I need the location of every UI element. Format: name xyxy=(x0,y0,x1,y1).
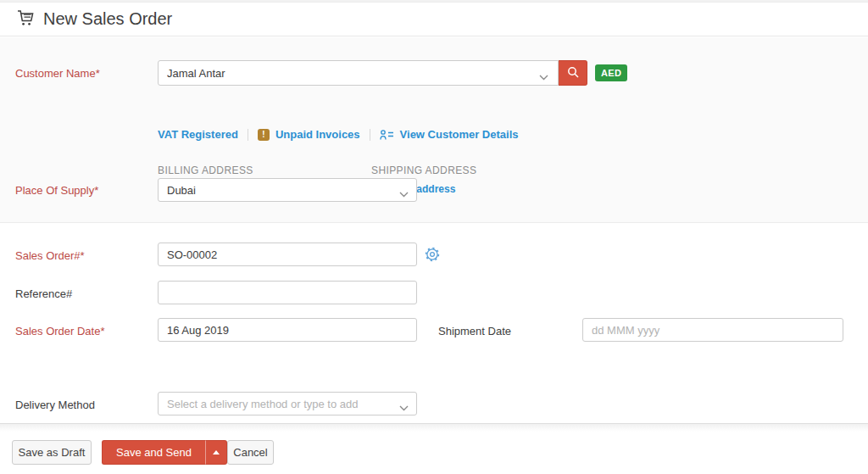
sales-order-date-label: Sales Order Date* xyxy=(15,325,105,337)
sales-order-number-label: Sales Order#* xyxy=(15,249,85,262)
unpaid-invoices-link[interactable]: ! Unpaid Invoices xyxy=(258,128,360,141)
customer-section: Customer Name* AED VAT Registered xyxy=(0,37,868,223)
customer-name-field-group: AED xyxy=(158,60,627,86)
divider xyxy=(370,129,370,141)
shipping-address-heading: SHIPPING ADDRESS xyxy=(371,165,476,176)
chevron-down-icon[interactable] xyxy=(539,70,548,83)
chevron-down-icon xyxy=(399,187,409,200)
divider xyxy=(248,129,248,141)
search-icon xyxy=(566,65,580,81)
chevron-down-icon xyxy=(399,401,409,414)
customer-name-label: Customer Name* xyxy=(15,67,100,80)
cart-icon xyxy=(15,8,36,31)
save-as-draft-button[interactable]: Save as Draft xyxy=(12,440,92,465)
reference-number-label: Reference# xyxy=(15,287,72,300)
currency-badge: AED xyxy=(595,64,627,81)
page-title: New Sales Order xyxy=(43,9,172,29)
billing-address-heading: BILLING ADDRESS xyxy=(158,165,253,176)
shipment-date-input[interactable] xyxy=(582,318,843,342)
new-sales-order-page: New Sales Order Customer Name* AED xyxy=(0,0,868,474)
caret-up-icon xyxy=(213,450,220,454)
sales-order-date-input[interactable] xyxy=(158,318,417,342)
warning-icon: ! xyxy=(258,129,270,141)
place-of-supply-select[interactable]: Dubai xyxy=(158,178,417,202)
cancel-button[interactable]: Cancel xyxy=(227,440,274,465)
person-details-icon xyxy=(380,129,394,141)
save-and-send-button[interactable]: Save and Send xyxy=(102,440,205,465)
reference-number-input[interactable] xyxy=(158,281,417,304)
page-header: New Sales Order xyxy=(0,3,868,36)
view-customer-details-link[interactable]: View Customer Details xyxy=(380,128,519,141)
save-and-send-dropdown-toggle[interactable] xyxy=(205,440,227,465)
customer-links-row: VAT Registered ! Unpaid Invoices View Cu… xyxy=(158,128,519,141)
customer-name-input[interactable] xyxy=(158,60,559,86)
gear-icon[interactable] xyxy=(425,247,440,262)
shipment-date-label: Shipment Date xyxy=(438,325,511,337)
action-footer: Save as Draft Save and Send Cancel xyxy=(0,423,868,474)
save-and-send-split-button: Save and Send xyxy=(102,440,227,465)
sales-order-number-input[interactable] xyxy=(158,243,417,266)
delivery-method-label: Delivery Method xyxy=(15,399,95,411)
delivery-method-select[interactable]: Select a delivery method or type to add xyxy=(158,392,417,415)
place-of-supply-label: Place Of Supply* xyxy=(15,184,98,197)
vat-registered-link[interactable]: VAT Registered xyxy=(158,128,238,141)
customer-search-button[interactable] xyxy=(559,60,587,86)
customer-name-combo xyxy=(158,60,559,86)
